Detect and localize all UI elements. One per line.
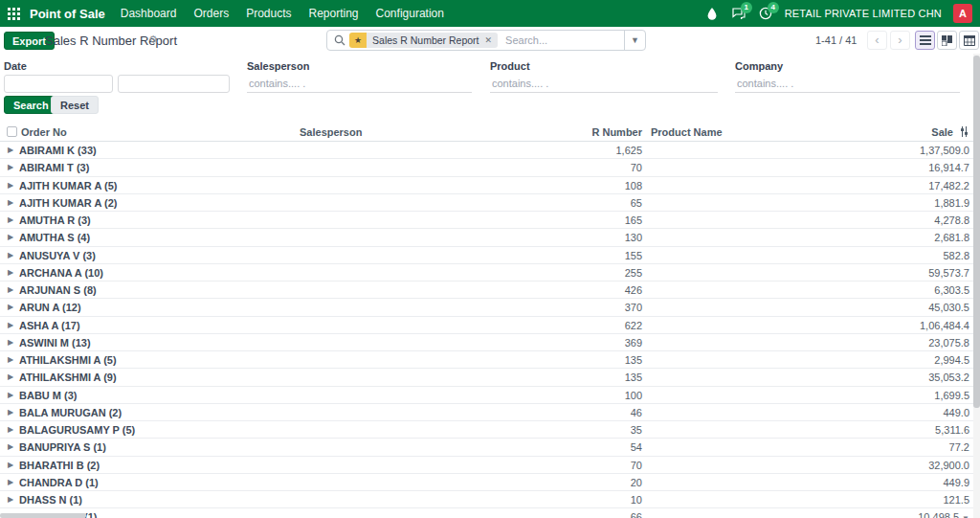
sale-cell: 4,278.8▼ [861,214,973,226]
kanban-view-button[interactable] [937,31,957,50]
group-name: AMUTHA R (3) [19,214,287,226]
expand-caret-icon[interactable]: ▶ [0,457,19,474]
expand-caret-icon[interactable]: ▶ [0,282,19,299]
column-header-salesperson[interactable]: Salesperson [287,126,536,138]
expand-caret-icon[interactable]: ▶ [0,369,19,386]
messages-icon[interactable]: 1 [731,6,746,21]
table-group-row[interactable]: ▶ ABIRAMI T (3) 70 16,914.7▼ [0,159,973,176]
group-name: ASWINI M (13) [19,337,287,349]
expand-caret-icon[interactable]: ▶ [0,194,19,212]
expand-caret-icon[interactable]: ▶ [0,474,19,491]
expand-caret-icon[interactable]: ▶ [0,159,19,176]
expand-caret-icon[interactable]: ▶ [0,334,19,351]
table-group-row[interactable]: ▶ BABU M (3) 100 1,699.5▼ [0,387,973,404]
table-group-row[interactable]: ▶ AJITH KUMAR A (5) 108 17,482.2▼ [0,177,973,194]
vertical-scrollbar[interactable] [973,54,980,518]
table-group-row[interactable]: ▶ CHANDRA D (1) 20 449.9▼ [0,474,973,491]
r-number-cell: 369 [536,337,644,349]
expand-caret-icon[interactable]: ▶ [0,299,19,316]
apps-grid-icon[interactable] [8,8,20,20]
sale-cell: 5,311.6▼ [861,424,973,436]
expand-caret-icon[interactable]: ▶ [0,439,19,456]
expand-caret-icon[interactable]: ▶ [0,317,19,334]
search-input[interactable]: Search... [505,34,624,46]
debug-droplet-icon[interactable] [704,6,720,21]
select-all-checkbox[interactable] [7,126,17,137]
expand-caret-icon[interactable]: ▶ [0,229,19,246]
table-group-row[interactable]: ▶ AJITH KUMAR A (2) 65 1,881.9▼ [0,194,973,212]
table-group-row[interactable]: ▶ BALAGURUSAMY P (5) 35 5,311.6▼ [0,421,973,439]
search-facet: ★ Sales R Number Report ✕ [349,33,498,48]
optional-columns-icon[interactable] [959,126,969,137]
horizontal-scrollbar-thumb[interactable] [0,513,86,518]
group-name: ATHILAKSHMI A (5) [19,354,287,366]
menu-orders[interactable]: Orders [193,7,229,20]
pager-next-button[interactable]: › [890,31,910,50]
expand-caret-icon[interactable]: ▶ [0,491,19,508]
search-bar[interactable]: ★ Sales R Number Report ✕ Search... ▼ [326,30,646,51]
date-from-input[interactable] [4,75,113,93]
filter-reset-button[interactable]: Reset [51,96,99,114]
table-group-row[interactable]: ▶ ATHILAKSHMI A (9) 135 35,053.2▼ [0,369,973,386]
search-dropdown-caret-icon[interactable]: ▼ [624,31,645,50]
column-header-r-number[interactable]: R Number [536,126,644,138]
table-group-row[interactable]: ▶ ABIRAMI K (33) 1,625 1,37,509.0▼ [0,142,973,159]
r-number-cell: 66 [536,511,644,518]
menu-dashboard[interactable]: Dashboard [121,7,177,20]
column-header-order-no[interactable]: Order No [19,126,287,138]
expand-caret-icon[interactable]: ▶ [0,212,19,229]
table-group-row[interactable]: ▶ GAYATHRI V (1) 66 10,498.5▼ [0,508,973,518]
table-group-row[interactable]: ▶ ARUN A (12) 370 45,030.5▼ [0,299,973,316]
table-group-row[interactable]: ▶ AMUTHA S (4) 130 2,681.8▼ [0,229,973,246]
r-number-cell: 370 [536,302,644,313]
group-name: AJITH KUMAR A (5) [19,180,287,191]
pivot-view-button[interactable] [959,31,979,50]
app-brand[interactable]: Point of Sale [30,7,105,21]
sale-cell: 45,030.5▼ [861,302,973,313]
table-header: Order No Salesperson R Number Product Na… [0,123,973,142]
table-group-row[interactable]: ▶ ASHA A (17) 622 1,06,484.4▼ [0,317,973,334]
company-switcher[interactable]: RETAIL PRIVATE LIMITED CHN [785,8,942,19]
user-avatar[interactable]: A [953,4,972,23]
table-group-row[interactable]: ▶ AMUTHA R (3) 165 4,278.8▼ [0,212,973,229]
list-view-button[interactable] [915,31,935,50]
vertical-scrollbar-thumb[interactable] [973,56,980,408]
salesperson-input[interactable] [247,75,472,93]
table-group-row[interactable]: ▶ BHARATHI B (2) 70 32,900.0▼ [0,457,973,474]
company-input[interactable] [735,75,960,93]
r-number-cell: 155 [536,250,644,261]
sale-cell: 35,053.2▼ [861,372,973,383]
action-gear-icon[interactable]: ⚙ [148,34,158,46]
sale-cell: 10,498.5▼ [861,511,973,518]
pager-previous-button[interactable]: ‹ [867,31,887,50]
expand-caret-icon[interactable]: ▶ [0,142,19,159]
table-group-row[interactable]: ▶ ASWINI M (13) 369 23,075.8▼ [0,334,973,351]
expand-caret-icon[interactable]: ▶ [0,421,19,439]
column-header-sale[interactable]: Sale [931,126,953,138]
sale-cell: 121.5▼ [861,494,973,506]
table-group-row[interactable]: ▶ BALA MURUGAN (2) 46 449.0▼ [0,404,973,421]
expand-caret-icon[interactable]: ▶ [0,387,19,404]
filter-panel: Date Salesperson Product Company Search … [0,54,973,123]
group-name: DHASS N (1) [19,494,287,506]
expand-caret-icon[interactable]: ▶ [0,264,19,282]
date-to-input[interactable] [118,75,230,93]
table-group-row[interactable]: ▶ DHASS N (1) 10 121.5▼ [0,491,973,508]
expand-caret-icon[interactable]: ▶ [0,404,19,421]
product-input[interactable] [490,75,718,93]
table-group-row[interactable]: ▶ ARJUNAN S (8) 426 6,303.5▼ [0,282,973,299]
table-group-row[interactable]: ▶ ANUSUYA V (3) 155 582.8▼ [0,247,973,264]
expand-caret-icon[interactable]: ▶ [0,177,19,194]
expand-caret-icon[interactable]: ▶ [0,247,19,264]
table-group-row[interactable]: ▶ ARCHANA A (10) 255 59,573.7▼ [0,264,973,282]
activities-clock-icon[interactable]: 4 [758,6,773,21]
table-group-row[interactable]: ▶ ATHILAKSHMI A (5) 135 2,994.5▼ [0,351,973,369]
menu-products[interactable]: Products [246,7,291,20]
menu-configuration[interactable]: Configuration [376,7,444,20]
column-header-product-name[interactable]: Product Name [644,126,861,138]
menu-reporting[interactable]: Reporting [309,7,359,20]
product-label: Product [490,60,530,72]
facet-remove-icon[interactable]: ✕ [485,35,493,45]
table-group-row[interactable]: ▶ BANUPRIYA S (1) 54 77.2▼ [0,439,973,456]
expand-caret-icon[interactable]: ▶ [0,351,19,369]
